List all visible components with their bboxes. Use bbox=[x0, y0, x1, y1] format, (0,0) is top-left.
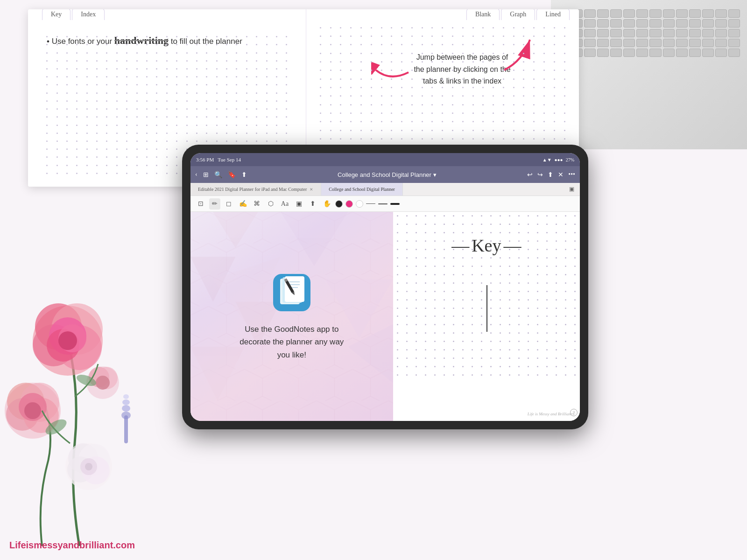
image-tool[interactable]: ▣ bbox=[293, 198, 304, 210]
dot bbox=[481, 224, 482, 225]
undo-button[interactable]: ↩ bbox=[527, 171, 533, 179]
dot bbox=[518, 324, 520, 325]
dot bbox=[381, 87, 382, 88]
dot bbox=[462, 44, 464, 45]
close-button[interactable]: ✕ bbox=[558, 171, 564, 179]
dot bbox=[406, 332, 408, 334]
dot bbox=[206, 108, 207, 110]
dot bbox=[286, 92, 287, 94]
lasso-tool[interactable]: ⌘ bbox=[251, 198, 262, 210]
sidebar-toggle[interactable]: ▣ bbox=[564, 183, 580, 196]
tab-key[interactable]: Key bbox=[42, 9, 70, 20]
dot bbox=[330, 27, 331, 28]
dot bbox=[444, 366, 445, 367]
dot bbox=[146, 92, 148, 94]
pencil-tool[interactable]: ✍ bbox=[237, 198, 248, 210]
color-black[interactable] bbox=[335, 200, 343, 208]
color-white[interactable] bbox=[356, 200, 363, 208]
dot bbox=[360, 138, 362, 140]
pen-tool[interactable]: ✏ bbox=[209, 198, 220, 210]
planner-left-tabs[interactable]: Key Index bbox=[28, 9, 105, 20]
dot bbox=[186, 68, 188, 70]
grid-button[interactable]: ⊞ bbox=[203, 171, 209, 179]
dot bbox=[371, 35, 372, 37]
color-pink[interactable] bbox=[345, 200, 353, 208]
dot bbox=[126, 68, 127, 70]
dot bbox=[226, 76, 227, 77]
dot bbox=[371, 70, 372, 71]
dot bbox=[528, 357, 529, 359]
dot bbox=[543, 138, 545, 140]
dot bbox=[56, 156, 58, 158]
share-button[interactable]: ⬆ bbox=[241, 171, 247, 179]
help-button[interactable]: ? bbox=[570, 409, 578, 416]
dot bbox=[330, 61, 331, 63]
line-medium[interactable] bbox=[378, 203, 388, 204]
sticker-tool[interactable]: ⬆ bbox=[307, 198, 318, 210]
dot bbox=[106, 173, 107, 174]
dot bbox=[422, 95, 423, 97]
back-button[interactable]: ‹ bbox=[195, 171, 197, 178]
tab-graph[interactable]: Graph bbox=[501, 9, 535, 20]
dot bbox=[543, 70, 545, 71]
export-button[interactable]: ⬆ bbox=[548, 171, 553, 179]
dot bbox=[462, 61, 464, 63]
dot bbox=[276, 100, 277, 102]
dot bbox=[523, 53, 524, 54]
shapes-tool[interactable]: ⬡ bbox=[265, 198, 276, 210]
crop-tool[interactable]: ⊡ bbox=[195, 198, 206, 210]
toolbar-title-area[interactable]: College and School Digital Planner ▾ bbox=[338, 171, 437, 178]
dot bbox=[490, 357, 492, 359]
dot bbox=[401, 112, 402, 114]
tab-lined[interactable]: Lined bbox=[536, 9, 570, 20]
bookmark-button[interactable]: 🔖 bbox=[228, 171, 236, 179]
dot bbox=[425, 232, 426, 233]
dot bbox=[425, 257, 426, 259]
hand-tool[interactable]: ✋ bbox=[321, 198, 332, 210]
dot bbox=[136, 68, 138, 70]
search-button[interactable]: 🔍 bbox=[214, 171, 222, 179]
more-button[interactable]: ••• bbox=[568, 171, 575, 178]
document-tab-2[interactable]: College and School Digital Planner bbox=[321, 183, 403, 196]
dot bbox=[86, 165, 88, 166]
dot bbox=[397, 341, 398, 342]
dot bbox=[564, 44, 565, 45]
dot bbox=[406, 315, 408, 317]
planner-right-tabs[interactable]: Blank Graph Lined bbox=[466, 9, 570, 20]
dot bbox=[256, 76, 257, 77]
text-tool[interactable]: Aa bbox=[279, 198, 290, 210]
dot bbox=[434, 315, 436, 317]
dot bbox=[266, 92, 268, 94]
dot bbox=[490, 299, 492, 301]
tab-index[interactable]: Index bbox=[72, 9, 105, 20]
dot bbox=[76, 84, 78, 85]
dot bbox=[86, 173, 88, 174]
dot bbox=[116, 108, 118, 110]
dot bbox=[66, 68, 68, 70]
tab-1-close[interactable]: ✕ bbox=[310, 187, 313, 192]
dot bbox=[371, 130, 372, 131]
dot bbox=[206, 140, 207, 142]
eraser-tool[interactable]: ◻ bbox=[223, 198, 234, 210]
dot bbox=[156, 68, 157, 70]
dot bbox=[533, 87, 535, 88]
dot bbox=[126, 140, 127, 142]
dot bbox=[146, 60, 148, 62]
line-thin[interactable] bbox=[366, 203, 375, 204]
dot bbox=[500, 349, 501, 350]
redo-button[interactable]: ↪ bbox=[537, 171, 543, 179]
dot bbox=[472, 104, 474, 105]
dot bbox=[397, 291, 398, 292]
line-thick[interactable] bbox=[390, 203, 400, 205]
dot bbox=[96, 44, 98, 45]
dot bbox=[434, 291, 436, 292]
dot bbox=[546, 232, 548, 233]
dot bbox=[166, 140, 168, 142]
dot bbox=[537, 349, 538, 350]
dot bbox=[76, 173, 78, 174]
document-tab-1[interactable]: Editable 2021 Digital Planner for iPad a… bbox=[190, 183, 321, 196]
dot bbox=[176, 36, 177, 37]
dot bbox=[453, 324, 454, 325]
dot bbox=[533, 27, 535, 28]
tab-blank[interactable]: Blank bbox=[466, 9, 500, 20]
